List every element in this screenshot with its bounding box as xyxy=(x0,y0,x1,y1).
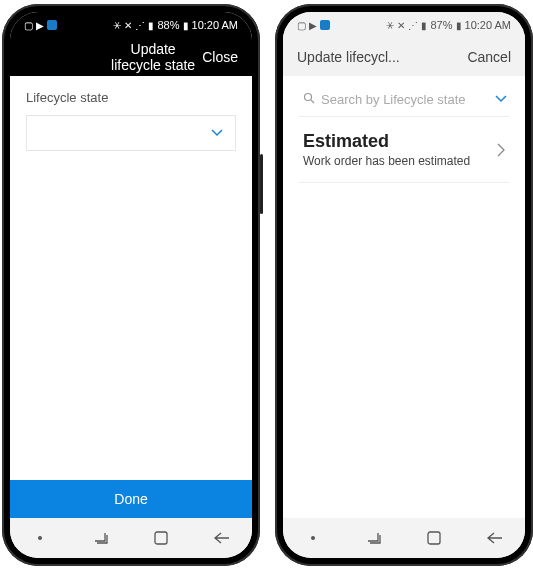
app-indicator-icon xyxy=(47,20,57,30)
picker-content: Estimated Work order has been estimated xyxy=(283,76,525,518)
mute-icon: ✕ xyxy=(124,20,132,31)
mute-icon: ✕ xyxy=(397,20,405,31)
bluetooth-icon: ⚹ xyxy=(386,19,394,31)
option-estimated[interactable]: Estimated Work order has been estimated xyxy=(299,117,509,183)
search-row[interactable] xyxy=(299,82,509,117)
phone-left: ▢ ▶ ⚹ ✕ ⋰ ▮ 88% ▮ 10:20 AM Update lifecy… xyxy=(2,4,260,566)
search-input[interactable] xyxy=(321,92,489,107)
svg-point-1 xyxy=(305,94,312,101)
play-icon: ▶ xyxy=(36,20,44,31)
form-content: Lifecycle state xyxy=(10,76,252,480)
phone-right: ▢ ▶ ⚹ ✕ ⋰ ▮ 87% ▮ 10:20 AM Update lifecy… xyxy=(275,4,533,566)
wifi-icon: ⋰ xyxy=(408,20,418,31)
signal-icon: ▮ xyxy=(148,20,154,31)
battery-percent: 87% xyxy=(430,19,452,31)
android-nav-bar xyxy=(10,518,252,558)
chevron-right-icon xyxy=(497,143,505,157)
svg-rect-3 xyxy=(428,532,440,544)
clock: 10:20 AM xyxy=(192,19,238,31)
battery-icon: ▮ xyxy=(183,20,189,31)
recents-button[interactable] xyxy=(81,523,121,553)
page-title: Update lifecycle state xyxy=(64,41,202,73)
option-title: Estimated xyxy=(303,131,470,152)
phone-side-button xyxy=(260,154,263,214)
svg-line-2 xyxy=(311,100,314,103)
chevron-down-icon xyxy=(211,129,223,137)
image-icon: ▢ xyxy=(297,20,306,31)
home-button[interactable] xyxy=(141,523,181,553)
search-icon xyxy=(303,90,315,108)
lifecycle-state-select[interactable] xyxy=(26,115,236,151)
play-icon: ▶ xyxy=(309,20,317,31)
back-button[interactable] xyxy=(202,523,242,553)
chevron-down-icon[interactable] xyxy=(495,95,507,103)
done-button[interactable]: Done xyxy=(10,480,252,518)
cancel-button[interactable]: Cancel xyxy=(467,49,511,65)
nav-indicator xyxy=(293,523,333,553)
home-button[interactable] xyxy=(414,523,454,553)
battery-percent: 88% xyxy=(157,19,179,31)
wifi-icon: ⋰ xyxy=(135,20,145,31)
bluetooth-icon: ⚹ xyxy=(113,19,121,31)
image-icon: ▢ xyxy=(24,20,33,31)
option-subtitle: Work order has been estimated xyxy=(303,154,470,168)
nav-indicator xyxy=(20,523,60,553)
svg-rect-0 xyxy=(155,532,167,544)
recents-button[interactable] xyxy=(354,523,394,553)
battery-icon: ▮ xyxy=(456,20,462,31)
back-button[interactable] xyxy=(475,523,515,553)
android-nav-bar xyxy=(283,518,525,558)
picker-title: Update lifecycl... xyxy=(297,49,400,65)
app-indicator-icon xyxy=(320,20,330,30)
clock: 10:20 AM xyxy=(465,19,511,31)
status-bar: ▢ ▶ ⚹ ✕ ⋰ ▮ 88% ▮ 10:20 AM xyxy=(10,12,252,38)
app-bar: Update lifecycle state Close xyxy=(10,38,252,76)
field-label: Lifecycle state xyxy=(26,90,236,105)
picker-app-bar: Update lifecycl... Cancel xyxy=(283,38,525,76)
status-bar: ▢ ▶ ⚹ ✕ ⋰ ▮ 87% ▮ 10:20 AM xyxy=(283,12,525,38)
done-label: Done xyxy=(114,491,147,507)
signal-icon: ▮ xyxy=(421,20,427,31)
close-button[interactable]: Close xyxy=(202,49,238,65)
